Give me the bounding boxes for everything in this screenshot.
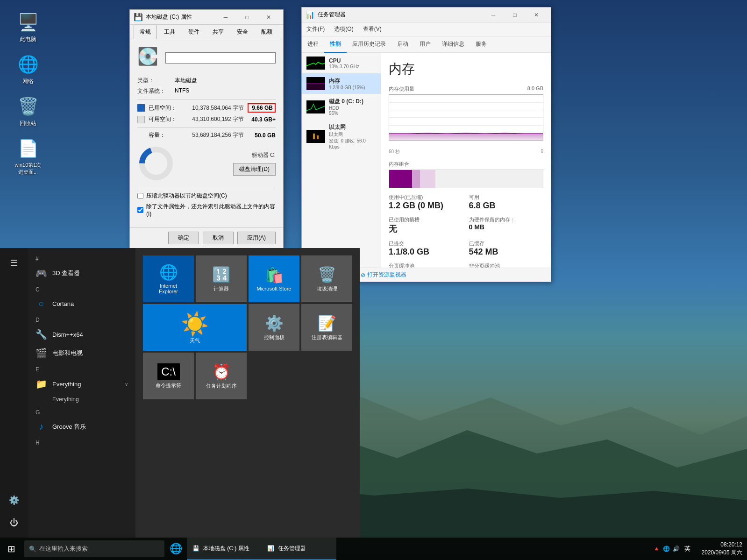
tm-menu: 文件(F) 选项(O) 查看(V) [302,22,551,36]
tab-security[interactable]: 安全 [231,25,254,39]
tile-clean[interactable]: 🗑️ 垃圾清理 [301,255,352,302]
tray-arrow-icon[interactable]: 🔺 [653,546,660,552]
desktop-icon-computer[interactable]: 🖥️ 此电脑 [9,9,47,45]
start-sub-everything[interactable]: Everything [28,393,135,405]
tab-services[interactable]: 服务 [470,36,492,53]
tab-performance[interactable]: 性能 [324,36,347,53]
tile-control[interactable]: ⚙️ 控制面板 [249,304,299,351]
search-box[interactable]: 🔍 在这里输入来搜索 [24,540,164,557]
taskbar-clock[interactable]: 08:20:12 2020/09/05 周六 [697,541,747,557]
drive-img: 💽 [137,47,160,69]
tray-network-icon[interactable]: 🌐 [663,546,670,552]
tab-startup[interactable]: 启动 [391,36,414,53]
task-manager-window: 📊 任务管理器 ─ □ ✕ 文件(F) 选项(O) 查看(V) 进程 性能 应用… [301,7,551,282]
desktop-icon-recycle[interactable]: 🗑️ 回收站 [9,93,47,129]
graph-time-right: 0 [541,149,543,155]
start-menu: ☰ ⚙️ ⏻ # 🎮 3D 查看器 C ○ Cortana D 🔧 Dism++… [0,248,360,538]
tile-cmd[interactable]: C:\ 命令提示符 [143,353,194,399]
drive-properties-titlebar: 💾 本地磁盘 (C:) 属性 ─ □ ✕ [130,10,283,25]
tab-hardware[interactable]: 硬件 [182,25,206,39]
start-tiles: 🌐 InternetExplorer 🔢 计算器 🛍️ Microsoft St… [135,248,360,538]
start-item-groove[interactable]: ♪ Groove 音乐 [28,418,135,436]
drive-props-taskbar-icon: 💾 [192,545,199,552]
tm-menu-file[interactable]: 文件(F) [302,23,329,35]
tray-lang[interactable]: 英 [683,545,692,553]
desktop-icon-doc[interactable]: 📄 win10第1次进桌面... [9,135,47,177]
dialog-buttons: 确定 取消 应用(A) [130,227,283,248]
compress-checkbox[interactable] [137,193,143,199]
start-item-movies[interactable]: 🎬 电影和电视 [28,344,135,362]
tm-menu-view[interactable]: 查看(V) [358,23,386,35]
tile-ie[interactable]: 🌐 InternetExplorer [143,255,194,302]
tab-quota[interactable]: 配额 [255,25,278,39]
index-checkbox[interactable] [137,207,143,213]
type-value: 本地磁盘 [175,77,197,85]
tab-general[interactable]: 常规 [134,25,157,39]
tab-app-history[interactable]: 应用历史记录 [347,36,391,53]
total-bytes: 53,689,184,256 字节 [192,131,244,139]
graph-label-right: 8.0 GB [527,85,543,92]
sidebar-item-cpu[interactable]: CPU 13% 3.70 GHz [302,53,381,73]
sidebar-item-memory[interactable]: 内存 1.2/8.0 GB (15%) [302,73,381,94]
tm-minimize-button[interactable]: ─ [483,7,504,22]
section-header-e: E [28,362,135,375]
start-power-icon[interactable]: ⏻ [3,511,25,534]
tile-weather[interactable]: ☀️ 天气 [143,304,247,351]
start-item-cortana[interactable]: ○ Cortana [28,295,135,313]
taskbar-apps: 🌐 💾 本地磁盘 (C:) 属性 📊 任务管理器 [164,538,648,560]
tray-volume-icon[interactable]: 🔊 [673,546,680,552]
tab-tools[interactable]: 工具 [158,25,181,39]
tm-maximize-button[interactable]: □ [504,7,526,22]
start-user-icon[interactable]: ⚙️ [3,489,25,511]
minimize-button[interactable]: ─ [215,10,236,25]
desktop-icon-network[interactable]: 🌐 网络 [9,51,47,87]
tm-main-title: 内存 [389,60,543,78]
tile-regedit[interactable]: 📝 注册表编辑器 [301,304,352,351]
drive-properties-title: 本地磁盘 (C:) 属性 [146,13,215,21]
tm-main: 内存 内存使用量 8.0 GB [381,53,551,268]
total-label: 容量： [137,131,192,139]
close-button[interactable]: ✕ [258,10,279,25]
start-left-strip: ☰ ⚙️ ⏻ [0,248,28,538]
disk-cleanup-button[interactable]: 磁盘清理(D) [233,163,276,176]
tab-details[interactable]: 详细信息 [436,36,470,53]
tm-close-button[interactable]: ✕ [526,7,547,22]
compress-label: 压缩此驱动器以节约磁盘空间(C) [146,192,227,200]
stat-cached: 已缓存 542 MB [469,240,544,257]
taskbar-edge-icon[interactable]: 🌐 [164,538,187,560]
graph-label-left: 内存使用量 [389,85,414,92]
tab-users[interactable]: 用户 [414,36,436,53]
taskbar-app-task-manager[interactable]: 📊 任务管理器 [262,538,336,560]
tab-sharing[interactable]: 共享 [206,25,230,39]
sidebar-item-disk[interactable]: 磁盘 0 (C: D:) HDD96% [302,94,381,120]
drive-name-input[interactable] [165,52,276,64]
start-button[interactable]: ⊞ [0,538,22,560]
tile-store[interactable]: 🛍️ Microsoft Store [249,255,299,302]
ok-button[interactable]: 确定 [168,232,199,244]
type-label: 类型： [137,77,175,85]
memory-usage-graph [389,94,543,141]
cancel-button[interactable]: 取消 [203,232,234,244]
tm-icon: 📊 [306,10,315,19]
tile-calc[interactable]: 🔢 计算器 [196,255,247,302]
start-hamburger-icon[interactable]: ☰ [3,252,25,274]
props-tabs: 常规 工具 硬件 共享 安全 配额 [130,25,283,39]
drive-properties-window: 💾 本地磁盘 (C:) 属性 ─ □ ✕ 常规 工具 硬件 共享 安全 配额 💽… [129,9,284,248]
used-bytes: 10,378,584,064 字节 [192,104,244,112]
tab-process[interactable]: 进程 [302,36,324,53]
open-resource-monitor-link[interactable]: ⊘ 打开资源监视器 [361,271,406,279]
index-label: 除了文件属性外，还允许索引此驱动器上文件的内容(I) [146,203,276,217]
sidebar-item-ethernet[interactable]: 以太网 以太网发送: 0 接收: 56.0 Kbps [302,120,381,153]
start-item-everything[interactable]: 📁 Everything ∨ [28,375,135,393]
taskbar-app-drive-props[interactable]: 💾 本地磁盘 (C:) 属性 [187,538,262,560]
start-item-3d[interactable]: 🎮 3D 查看器 [28,264,135,283]
clock-time: 08:20:12 [720,541,742,549]
section-header-g: G [28,405,135,418]
tm-menu-options[interactable]: 选项(O) [329,23,358,35]
maximize-button[interactable]: □ [236,10,258,25]
tile-taskschd[interactable]: ⏰ 任务计划程序 [196,353,247,399]
free-label: 可用空间： [149,115,192,123]
stat-slot: 已使用的插槽 无 [389,216,463,234]
apply-button[interactable]: 应用(A) [237,232,276,244]
start-item-dism[interactable]: 🔧 Dism++x64 [28,325,135,344]
